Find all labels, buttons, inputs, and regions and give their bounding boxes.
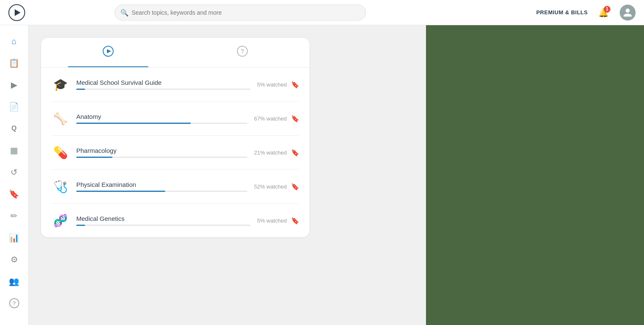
progress-bar-fill bbox=[76, 191, 165, 192]
home-icon: ⌂ bbox=[11, 37, 16, 46]
sidebar-item-bookmarks[interactable]: 🔖 bbox=[5, 185, 23, 203]
course-right: 52% watched 🔖 bbox=[254, 183, 299, 191]
course-right: 5% watched 🔖 bbox=[257, 217, 299, 225]
community-icon: 👥 bbox=[9, 276, 19, 286]
watched-pct: 21% watched bbox=[254, 149, 287, 156]
bookmark-icon[interactable]: 🔖 bbox=[291, 183, 299, 191]
course-icon-genetics: 🧬 bbox=[51, 211, 70, 230]
recent-icon: ↺ bbox=[10, 167, 18, 177]
course-icon-stethoscope: 🩺 bbox=[51, 177, 70, 196]
bookmarks-icon: 🔖 bbox=[9, 189, 19, 199]
flashcards-icon: ▦ bbox=[10, 145, 18, 155]
course-info: Physical Examination bbox=[76, 181, 247, 192]
course-name: Medical Genetics bbox=[76, 215, 250, 222]
bookmark-icon[interactable]: 🔖 bbox=[291, 149, 299, 157]
watched-pct: 5% watched bbox=[257, 218, 287, 224]
progress-bar-fill bbox=[76, 225, 85, 226]
progress-bar-container bbox=[76, 225, 250, 226]
bookmark-icon[interactable]: 🔖 bbox=[291, 81, 299, 89]
sidebar-item-list[interactable]: 📋 bbox=[5, 54, 23, 72]
stats-icon: 📊 bbox=[9, 233, 19, 243]
sidebar-item-recent[interactable]: ↺ bbox=[5, 163, 23, 181]
watched-pct: 52% watched bbox=[254, 183, 287, 190]
sidebar-item-videos[interactable]: ▶ bbox=[5, 76, 23, 94]
sidebar-item-tasks[interactable]: ✏ bbox=[5, 207, 23, 225]
course-info: Anatomy bbox=[76, 113, 247, 124]
course-right: 67% watched 🔖 bbox=[254, 115, 299, 123]
list-icon: 📋 bbox=[9, 58, 19, 68]
right-panel bbox=[426, 25, 644, 325]
sidebar-item-notes[interactable]: 📄 bbox=[5, 97, 23, 116]
course-info: Pharmacology bbox=[76, 147, 247, 158]
header: 🔍 PREMIUM & BILLS 🔔 1 bbox=[0, 0, 644, 25]
progress-bar-fill bbox=[76, 123, 191, 124]
content-area: ? 🎓 Medical School Survival Guide bbox=[29, 25, 426, 325]
gear-icon: ⚙ bbox=[10, 254, 18, 265]
course-item-medical-genetics[interactable]: 🧬 Medical Genetics 5% watched 🔖 bbox=[51, 204, 299, 237]
course-item-physical-examination[interactable]: 🩺 Physical Examination 52% watched 🔖 bbox=[51, 170, 299, 204]
course-item-pharmacology[interactable]: 💊 Pharmacology 21% watched 🔖 bbox=[51, 136, 299, 170]
play-circle-icon bbox=[102, 45, 114, 60]
sidebar-item-community[interactable]: 👥 bbox=[5, 272, 23, 291]
course-right: 5% watched 🔖 bbox=[257, 81, 299, 89]
course-name: Pharmacology bbox=[76, 147, 247, 154]
bookmark-icon[interactable]: 🔖 bbox=[291, 217, 299, 225]
tab-continue-watching[interactable] bbox=[41, 38, 175, 67]
logo[interactable] bbox=[8, 4, 25, 21]
sidebar-item-flashcards[interactable]: ▦ bbox=[5, 141, 23, 160]
avatar-icon bbox=[623, 8, 633, 18]
premium-bills-label[interactable]: PREMIUM & BILLS bbox=[536, 9, 588, 16]
bookmark-icon[interactable]: 🔖 bbox=[291, 115, 299, 123]
search-bar: 🔍 bbox=[114, 5, 366, 21]
tab-quiz-mode[interactable]: ? bbox=[175, 38, 309, 67]
notification-button[interactable]: 🔔 1 bbox=[596, 5, 611, 20]
progress-bar-container bbox=[76, 191, 247, 192]
progress-bar-container bbox=[76, 157, 247, 158]
sidebar-item-quiz[interactable]: Q bbox=[5, 119, 23, 138]
course-card: ? 🎓 Medical School Survival Guide bbox=[41, 38, 309, 237]
watched-pct: 5% watched bbox=[257, 81, 287, 88]
course-info: Medical School Survival Guide bbox=[76, 79, 250, 90]
search-icon: 🔍 bbox=[120, 8, 129, 16]
notes-icon: 📄 bbox=[9, 102, 19, 112]
course-info: Medical Genetics bbox=[76, 215, 250, 226]
course-name: Physical Examination bbox=[76, 181, 247, 188]
quiz-icon: Q bbox=[11, 125, 16, 132]
watched-pct: 67% watched bbox=[254, 115, 287, 122]
progress-bar-fill bbox=[76, 89, 85, 90]
progress-bar-container bbox=[76, 89, 250, 90]
course-icon-pharmacology: 💊 bbox=[51, 143, 70, 162]
sidebar-item-help[interactable]: ? bbox=[5, 294, 23, 312]
sidebar: ⌂ 📋 ▶ 📄 Q ▦ ↺ 🔖 ✏ 📊 ⚙ bbox=[0, 25, 29, 325]
svg-text:?: ? bbox=[241, 48, 244, 55]
course-item-anatomy[interactable]: 🦴 Anatomy 67% watched 🔖 bbox=[51, 102, 299, 136]
sidebar-item-settings[interactable]: ⚙ bbox=[5, 250, 23, 269]
notification-badge: 1 bbox=[604, 6, 610, 13]
sidebar-item-home[interactable]: ⌂ bbox=[5, 32, 23, 50]
avatar[interactable] bbox=[620, 5, 636, 21]
main-layout: ⌂ 📋 ▶ 📄 Q ▦ ↺ 🔖 ✏ 📊 ⚙ bbox=[0, 25, 644, 325]
search-input[interactable] bbox=[114, 5, 366, 21]
course-icon-graduation: 🎓 bbox=[51, 75, 70, 94]
course-right: 21% watched 🔖 bbox=[254, 149, 299, 157]
progress-bar-container bbox=[76, 123, 247, 124]
question-circle-icon: ? bbox=[236, 45, 248, 60]
course-name: Anatomy bbox=[76, 113, 247, 120]
course-icon-anatomy: 🦴 bbox=[51, 109, 70, 128]
sidebar-item-stats[interactable]: 📊 bbox=[5, 228, 23, 247]
header-right: PREMIUM & BILLS 🔔 1 bbox=[536, 5, 636, 21]
course-list: 🎓 Medical School Survival Guide 5% watch… bbox=[41, 68, 309, 237]
progress-bar-fill bbox=[76, 157, 112, 158]
svg-marker-1 bbox=[107, 49, 111, 53]
video-icon: ▶ bbox=[11, 80, 17, 90]
course-name: Medical School Survival Guide bbox=[76, 79, 250, 86]
tasks-icon: ✏ bbox=[10, 211, 18, 221]
card-tabs: ? bbox=[41, 38, 309, 68]
logo-play-icon bbox=[15, 9, 21, 16]
course-item-medical-school-survival-guide[interactable]: 🎓 Medical School Survival Guide 5% watch… bbox=[51, 68, 299, 102]
help-icon: ? bbox=[9, 298, 19, 308]
